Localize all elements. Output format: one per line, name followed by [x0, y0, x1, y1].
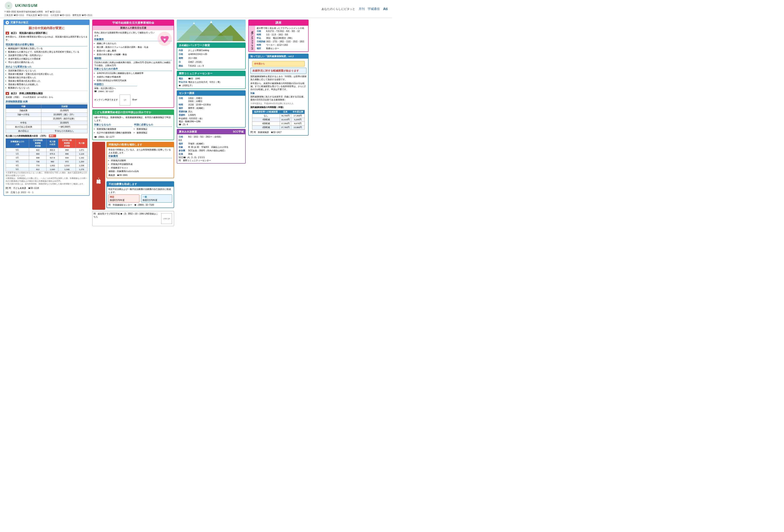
hunting-body: 市在住で狩猟をしている人、または有害鳥獣捕獲に従事している人を支援します。 — [108, 148, 172, 155]
kodomo-contact-text: ☎（0964）32−1177 — [94, 135, 114, 139]
garden-place2-label: 場所 — [257, 47, 265, 50]
td-family-1: 1人 — [6, 152, 29, 156]
list-item: 新居の引っ越し費用 — [97, 49, 172, 52]
garden-date-label: 日程 — [257, 30, 265, 33]
knowledge-table-title: 国民健康保険校の均等割額（年額） — [250, 106, 306, 109]
shinkon-title: 宇城市結婚新生活支援事業補助金 — [93, 20, 174, 26]
income-amount-5: 手当などの支給なし — [41, 129, 87, 133]
page-number: 19 広報うき 2022・6・1 — [6, 191, 87, 194]
landscape-image — [177, 20, 246, 41]
td-salary1-3: 960 — [47, 160, 58, 163]
garden-time2-value: ワーカー：全12〜14日 — [266, 44, 288, 47]
infertility-section: 不妊治療費を助成します 特定不妊治療および一般不妊治療費の治療費の自己負担分に助… — [107, 181, 174, 208]
table-row: 中学生 10,000円 — [6, 121, 87, 125]
list-item: 狩猟免許試験料 — [111, 159, 172, 162]
table-row: 3歳〜小学生 10,000円（第1・2子） — [6, 113, 87, 117]
infertility-contact-text: 問 市保健福祉センター ☎（0964）32−7100 — [108, 203, 154, 206]
toyono-center-section: 豊野コミュニティーセンター 電話 ☎32 1045 申込方法 電話または文化方式… — [177, 71, 246, 89]
scc-period-value: 8月 — [179, 139, 182, 142]
shinkon-assistance-body: ①以外の夫婦に夫婦は29歳未満の場合、上限60万円 ②以外には夫婦共に39歳以下… — [94, 61, 172, 67]
correction1-change-list: 支給対象児童がいなくなった 受給者や配偶者・児童の氏名や住所が変わった 受給者の… — [6, 69, 87, 89]
scc-swim-title: 夏休み水泳教室 — [179, 130, 197, 134]
infertility-title: 不妊治療費を助成します — [107, 182, 174, 187]
kodomo-targets-title: 対象となるもの — [94, 123, 132, 127]
garden-time-row: 時間 1日・11月・18日・9月 — [257, 33, 307, 36]
cl-schedule-row: 日程 1回目：月曜日 2回目：火曜日 — [179, 97, 244, 103]
toyono-phone-value: ☎32 1045 — [188, 77, 200, 80]
table-row: 5割軽減 17,350円 8,675円 — [252, 122, 305, 126]
garden-vert-label: ガーデン・エコ・フラワー — [249, 26, 255, 52]
td-c2: 17,350円 — [280, 122, 291, 126]
income-age-5: 表の②以上 — [6, 129, 41, 133]
scc-date-value: 9日・10日・5日・26日〜（全6回） — [188, 135, 222, 138]
patchwork-from-value: 7月14日（土）9 — [188, 64, 204, 67]
th-limit2-income: ②所得上限限度額所得額 — [58, 138, 76, 148]
logo-emblem-icon: U — [4, 1, 13, 10]
income-table: 年齢 支給額 3歳未満 15,000円 3歳〜小学生 — [6, 104, 87, 133]
td-m1: 7割軽減 — [252, 118, 280, 122]
shinkon-subtitle: 新婚さんの新生活を応援 — [93, 26, 174, 30]
patchwork-day-label: 日 — [179, 61, 187, 63]
note1: ※児童手当などが支給されなくなった後に、所得の②を下回った場合、改めて認定請求な… — [6, 171, 87, 177]
cl-place-label: 場所 — [179, 107, 187, 110]
th-measure: 低所得世帯への軽減措置 — [252, 110, 280, 114]
kodomo-needed-title: 申請に必要なもの — [134, 123, 172, 127]
list-item: 健康保険証 — [137, 131, 172, 134]
jidoteate-section: ★ 児童手当が改正 届け出や支給内容が変更に ■ 改正1 現況届の提出が原則不要… — [3, 20, 90, 196]
garden-vert-text: ガーデン・エコ・フラワー — [250, 29, 253, 48]
toyono-apply-row: 申込方法 電話または文化方式 6月口（電） — [179, 81, 244, 84]
garden-time2-row: 時間 ワーカー：全12〜14日 — [257, 44, 307, 47]
toyono-apply-label: 申込方法 — [179, 81, 187, 84]
shinkon-apply-contact: ☎（0964）32−1117 — [94, 90, 137, 93]
correction1-section: ■ 改正1 現況届の提出が原則不要に 本年度から、児童者の養育状況が変わらなけれ… — [6, 31, 87, 89]
kodomo-medical-title: こども医療費受給者証の交付申請はお済みですか — [93, 110, 174, 115]
header-left: U UKINISUM 〒869−0592 熊本県宇城市松橋町大野95 本庁 ☎3… — [4, 1, 92, 17]
scc-toyono-text: 問 豊野コミュニティーセンター — [179, 159, 244, 162]
td-income1-1: 660 — [29, 152, 47, 156]
ati-text: Ati — [383, 7, 388, 11]
qr-code-line: LINE QR — [161, 213, 172, 224]
td-n0: 17,350円 — [291, 114, 305, 118]
infertility-general: 一般 限度3万円/年度 — [141, 194, 172, 203]
td-n2: 8,675円 — [291, 122, 305, 126]
td-salary2-5: 1,276 — [76, 167, 87, 171]
th-limit1-salary: 収入額の目安 — [47, 138, 58, 148]
joseiho-area: 助成・補助 狩猟免許の取得を補助します 市在住で狩猟をしている人、または有害鳥獣… — [92, 142, 174, 210]
scc-joseiho-inner: 問 総合型クラブSCC宇城 ☎（3）3552＝10～16時 LINE登録はこちら… — [93, 212, 173, 225]
garden-body-content: 庭や野で咲く花を使ったフラアレンジメントの花 日程 6月17日・7月15日・8月… — [255, 26, 308, 52]
shinkon-body-area: ♥ 市内に居住する新婚世帯の住居費などに対して補助を行っています。 対象費用 婚… — [93, 30, 174, 107]
toyono-apply-value: 電話または文化方式 6月口（電） — [188, 81, 222, 84]
online-contact: 市HP — [132, 98, 137, 101]
table-row: 2割軽減 27,760円 13,880円 — [252, 126, 305, 130]
patchwork-cooking-row: 内容 さしより野菜Cooking — [179, 49, 244, 52]
table-row: 15,000円（第3子以降） — [6, 117, 87, 121]
shinkon-conditions-title: 対象となるための条件 — [94, 67, 172, 71]
td-m3: 2割軽減 — [252, 126, 280, 130]
cooking-label: 内容 — [179, 49, 187, 52]
knowledge-contact: 問 問 医療保険課 ☎32−1417 — [250, 131, 306, 134]
hunting-body-area: 市在住で狩猟をしている人、または有害鳥獣捕獲に従事している人を支援します。 対象… — [107, 147, 174, 178]
jidoteate-title-bar: ★ 児童手当が改正 — [4, 20, 89, 25]
lecture-column: 講座 ガーデン・エコ・フラワー 庭や野で咲く花を使ったフラアレンジメントの花 日… — [248, 20, 309, 226]
patchwork-date-row: 日程 令和5年2月4日〜20 — [179, 53, 244, 56]
main-content: ★ 児童手当が改正 届け出や支給内容が変更に ■ 改正1 現況届の提出が原則不要… — [0, 18, 392, 228]
td-c1: 10,410円 — [280, 118, 291, 122]
correction1-badge: ■ — [6, 32, 9, 34]
cl-schedule-1: 1回目：月曜日 — [188, 97, 202, 100]
list-item: 医療保険の被保険者 — [97, 128, 132, 131]
scc-swim-title-bar: 夏休み水泳教室 SCC宇城 — [177, 129, 245, 134]
contact-icon-2: 問 — [250, 131, 253, 134]
knowledge-note1: ※本年度分は、平成28年4月2日以降に生まれた人 — [250, 102, 306, 105]
correction2-body: 支給額（月額） ※10月支給分（6〜9月分）から — [6, 96, 87, 99]
cl-time-value: 月2回 13:00〜13:30分 — [188, 103, 211, 106]
table-row: 4人 774 1,002 1,010 1,238 — [6, 163, 87, 167]
shinkon-conditions-list: 令和2年1月1日以降に婚姻届を提出した婚姻世帯 夫婦共に年齢が40歳未満 世帯の… — [94, 72, 172, 82]
patchwork-period-value: 月1〜3回 — [188, 57, 197, 60]
patchwork-date-label: 日程 — [179, 53, 187, 56]
td-income1-0: 622 — [29, 148, 47, 152]
table-row: なし 34,700円 17,350円 — [252, 114, 305, 118]
table-unit: （万円） — [39, 135, 48, 138]
list-item: 夫婦共に年齢が40歳未満 — [97, 75, 172, 79]
scc-target-label: 対象 — [179, 146, 187, 149]
garden-place2-row: 場所 勤務センター — [257, 47, 307, 50]
